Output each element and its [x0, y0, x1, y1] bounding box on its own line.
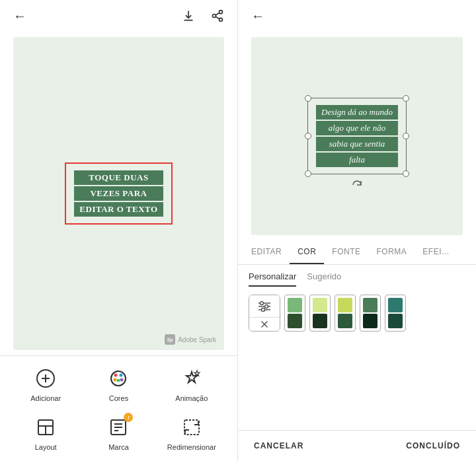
edit-line-2: algo que ele não: [316, 121, 398, 135]
layout-icon: [34, 415, 58, 439]
toolbar-item-redimensionar[interactable]: Redimensionar: [157, 410, 227, 456]
animacao-label: Animação: [175, 394, 208, 402]
right-header: ←: [238, 0, 476, 32]
svg-line-4: [216, 17, 219, 18]
right-text-content: Design dá ao mundo algo que ele não sabi…: [316, 105, 398, 167]
left-canvas-area: TOQUE DUAS VEZES PARA EDITAR O TEXTO Sp …: [13, 37, 224, 350]
toolbar-item-cores[interactable]: Cores: [83, 361, 153, 408]
swatch-medium-green[interactable]: [338, 314, 352, 328]
tab-editar[interactable]: EDITAR: [243, 240, 290, 264]
cancel-button[interactable]: CANCELAR: [249, 439, 309, 453]
toolbar-item-animacao[interactable]: Animação: [157, 361, 227, 408]
tab-fonte[interactable]: FONTE: [324, 240, 368, 264]
tabs-bar: EDITAR COR FONTE FORMA EFEI...: [238, 240, 476, 265]
confirm-button[interactable]: CONCLUÍDO: [401, 439, 465, 453]
redimensionar-icon: [180, 415, 204, 439]
right-canvas-area: Design dá ao mundo algo que ele não sabi…: [251, 37, 463, 235]
svg-point-10: [114, 374, 118, 377]
left-panel: ← TOQUE DUAS VEZES PARA EDITAR: [0, 0, 238, 461]
handle-tl[interactable]: [305, 95, 311, 102]
svg-line-5: [216, 13, 219, 15]
marca-icon: !: [106, 415, 130, 439]
handle-ml[interactable]: [305, 133, 311, 139]
share-button[interactable]: [208, 7, 227, 25]
text-line-2: VEZES PARA: [74, 186, 163, 201]
text-box-editing[interactable]: Design dá ao mundo algo que ele não sabi…: [307, 98, 407, 174]
handle-br[interactable]: [403, 170, 409, 177]
swatch-dark-teal[interactable]: [388, 314, 403, 328]
swatch-lime[interactable]: [338, 298, 352, 312]
bottom-actions: CANCELAR CONCLUÍDO: [238, 430, 476, 461]
toolbar-item-layout[interactable]: Layout: [11, 410, 81, 456]
handle-tr[interactable]: [403, 95, 409, 102]
watermark: Sp Adobe Spark: [165, 334, 216, 345]
swatch-dark-green-1[interactable]: [288, 314, 302, 328]
tab-content: Personalizar Sugerido: [238, 265, 476, 461]
marca-badge: !: [124, 413, 133, 422]
adobe-spark-icon: Sp: [165, 334, 175, 345]
right-panel: ← Design dá ao mundo algo que ele não sa…: [238, 0, 476, 461]
text-line-3: EDITAR O TEXTO: [74, 202, 163, 217]
left-header-right: [179, 7, 227, 25]
handle-mr[interactable]: [403, 133, 409, 139]
animacao-icon: [180, 367, 204, 390]
tab-cor[interactable]: COR: [290, 240, 324, 264]
swatch-very-dark-green[interactable]: [313, 314, 327, 328]
download-button[interactable]: [179, 7, 198, 25]
cores-label: Cores: [109, 394, 128, 402]
subtab-sugerido[interactable]: Sugerido: [307, 271, 341, 287]
swatch-yellow-green[interactable]: [313, 298, 327, 312]
svg-point-14: [120, 378, 124, 382]
tab-forma[interactable]: FORMA: [368, 240, 415, 264]
svg-rect-22: [184, 420, 199, 435]
svg-point-27: [265, 304, 268, 308]
swatch-group-5[interactable]: [385, 295, 406, 332]
color-palette: [238, 287, 476, 339]
redimensionar-label: Redimensionar: [167, 443, 216, 451]
swatch-group-2[interactable]: [309, 295, 331, 332]
subtabs-row: Personalizar Sugerido: [238, 265, 476, 287]
left-header-left: ←: [11, 6, 29, 26]
swatch-near-black-green[interactable]: [363, 314, 377, 328]
adicionar-label: Adicionar: [30, 394, 61, 402]
svg-point-26: [260, 301, 264, 304]
back-button-right[interactable]: ←: [249, 6, 267, 26]
svg-point-3: [219, 18, 223, 21]
text-box-editable-left[interactable]: TOQUE DUAS VEZES PARA EDITAR O TEXTO: [65, 162, 172, 225]
svg-rect-0: [184, 20, 192, 21]
left-text-content: TOQUE DUAS VEZES PARA EDITAR O TEXTO: [74, 170, 163, 217]
edit-line-3: sabia que sentia: [316, 137, 398, 151]
swatch-forest-green[interactable]: [363, 298, 377, 312]
tab-efeitos[interactable]: EFEI...: [415, 240, 457, 264]
watermark-text: Adobe Spark: [178, 336, 216, 343]
rotate-handle[interactable]: [351, 179, 363, 194]
swatch-group-4[interactable]: [360, 295, 381, 332]
sliders-icon: [249, 295, 280, 318]
swatch-group-1[interactable]: [284, 295, 305, 332]
layout-label: Layout: [35, 443, 57, 451]
toolbar-item-marca[interactable]: ! Marca: [83, 410, 153, 456]
edit-line-1: Design dá ao mundo: [316, 105, 398, 120]
back-button-left[interactable]: ←: [11, 6, 29, 26]
cores-icon: [106, 367, 130, 390]
text-line-1: TOQUE DUAS: [74, 170, 163, 185]
handle-bl[interactable]: [305, 170, 311, 177]
svg-point-28: [262, 308, 265, 311]
reset-icon: [249, 318, 280, 331]
swatch-teal[interactable]: [388, 298, 403, 312]
right-canvas-inner: Design dá ao mundo algo que ele não sabi…: [271, 37, 443, 235]
svg-point-2: [213, 15, 216, 18]
custom-color-box[interactable]: [249, 295, 280, 332]
svg-point-12: [117, 379, 120, 382]
swatch-group-3[interactable]: [335, 295, 356, 332]
svg-point-1: [219, 11, 223, 14]
adicionar-icon: [34, 367, 58, 390]
edit-line-4: falta: [316, 153, 398, 167]
svg-point-13: [114, 378, 117, 382]
marca-label: Marca: [108, 443, 129, 451]
swatch-light-green[interactable]: [288, 298, 302, 312]
left-canvas-inner: TOQUE DUAS VEZES PARA EDITAR O TEXTO: [33, 88, 205, 299]
toolbar-item-adicionar[interactable]: Adicionar: [11, 361, 81, 408]
left-header: ←: [0, 0, 237, 32]
subtab-personalizar[interactable]: Personalizar: [249, 271, 296, 287]
